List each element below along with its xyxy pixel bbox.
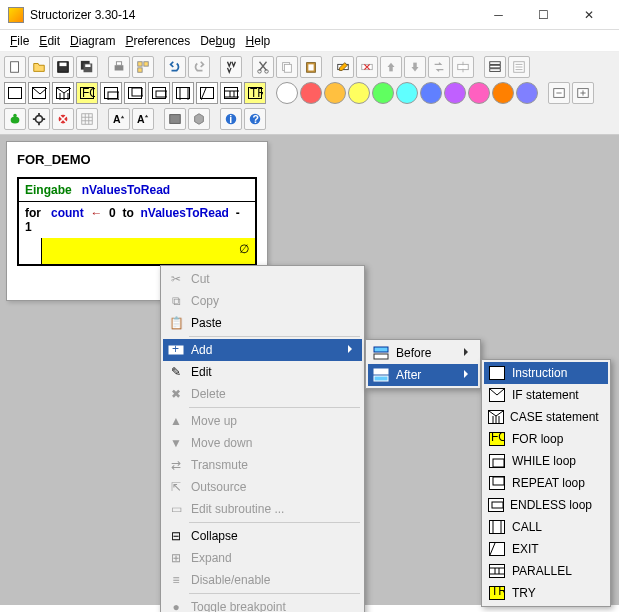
ctx-paste[interactable]: 📋Paste (163, 312, 362, 334)
ctx-cut[interactable]: ✂Cut (163, 268, 362, 290)
menu-edit[interactable]: Edit (35, 32, 64, 50)
move-up-button[interactable] (380, 56, 402, 78)
input-row[interactable]: Eingabe nValuesToRead (19, 179, 255, 202)
elem-instruction[interactable]: Instruction (484, 362, 608, 384)
ctx-copy[interactable]: ⧉Copy (163, 290, 362, 312)
for-var: count (51, 206, 84, 220)
elem-try[interactable]: TRYTRY (484, 582, 608, 604)
nsd-case[interactable] (52, 82, 74, 104)
elem-endless[interactable]: ENDLESS loop (484, 494, 608, 516)
ctx-moveup[interactable]: ▲Move up (163, 410, 362, 432)
sub-before[interactable]: Before (368, 342, 478, 364)
ctx-outsource[interactable]: ⇱Outsource (163, 476, 362, 498)
ctx-edit[interactable]: ✎Edit (163, 361, 362, 383)
menu-debug[interactable]: Debug (196, 32, 239, 50)
svg-text:A: A (137, 113, 145, 125)
elem-while[interactable]: WHILE loop (484, 450, 608, 472)
elem-if[interactable]: IF statement (484, 384, 608, 406)
menu-file[interactable]: File (6, 32, 33, 50)
color-4[interactable] (372, 82, 394, 104)
validate-button[interactable] (164, 108, 186, 130)
nsd-exit[interactable] (196, 82, 218, 104)
font-down-button[interactable]: A (132, 108, 154, 130)
nsd-instruction[interactable] (4, 82, 26, 104)
paste-button[interactable] (300, 56, 322, 78)
color-8[interactable] (468, 82, 490, 104)
expand-all-button[interactable] (572, 82, 594, 104)
arrange-button[interactable] (132, 56, 154, 78)
nsd-try[interactable]: TRY (244, 82, 266, 104)
color-5[interactable] (396, 82, 418, 104)
ctx-movedown[interactable]: ▼Move down (163, 432, 362, 454)
color-6[interactable] (420, 82, 442, 104)
delete-element-button[interactable] (356, 56, 378, 78)
outsource-button[interactable] (452, 56, 474, 78)
ctx-delete[interactable]: ✖Delete (163, 383, 362, 405)
for-body-empty[interactable] (41, 238, 255, 264)
new-button[interactable] (4, 56, 26, 78)
submenu-after: Instruction IF statement CASE statement … (481, 359, 611, 607)
collapse-button[interactable] (484, 56, 506, 78)
info-button[interactable]: i (220, 108, 242, 130)
expand-button[interactable] (508, 56, 530, 78)
elem-parallel[interactable]: PARALLEL (484, 560, 608, 582)
elem-call[interactable]: CALL (484, 516, 608, 538)
print-button[interactable] (108, 56, 130, 78)
ctx-editsub[interactable]: ▭Edit subroutine ... (163, 498, 362, 520)
menu-diagram[interactable]: Diagram (66, 32, 119, 50)
svg-point-36 (13, 114, 17, 118)
elem-repeat[interactable]: REPEAT loop (484, 472, 608, 494)
move-down-button[interactable] (404, 56, 426, 78)
nsd-if[interactable] (28, 82, 50, 104)
color-9[interactable] (492, 82, 514, 104)
nsd-endless[interactable] (148, 82, 170, 104)
ctx-expand[interactable]: ⊞Expand (163, 547, 362, 569)
grid-button[interactable] (76, 108, 98, 130)
for-block[interactable]: for count ← 0 to nValuesToRead - 1 (19, 202, 255, 264)
color-1[interactable] (300, 82, 322, 104)
elem-case[interactable]: CASE statement (484, 406, 608, 428)
clear-breakpoints-button[interactable] (52, 108, 74, 130)
nsd-while[interactable] (100, 82, 122, 104)
structure-button[interactable] (188, 108, 210, 130)
color-3[interactable] (348, 82, 370, 104)
collapse-all-button[interactable] (548, 82, 570, 104)
elem-for[interactable]: FORFOR loop (484, 428, 608, 450)
transmute-button[interactable] (428, 56, 450, 78)
elem-exit[interactable]: EXIT (484, 538, 608, 560)
color-10[interactable] (516, 82, 538, 104)
nsd-call[interactable] (172, 82, 194, 104)
save-button[interactable] (52, 56, 74, 78)
minimize-button[interactable]: ─ (476, 1, 521, 29)
nsd-for[interactable]: FOR (76, 82, 98, 104)
help-button[interactable]: ? (244, 108, 266, 130)
copy-button[interactable] (276, 56, 298, 78)
ctx-togglebp[interactable]: ●Toggle breakpoint (163, 596, 362, 612)
ctx-collapse[interactable]: ⊟Collapse (163, 525, 362, 547)
svg-rect-27 (108, 92, 119, 100)
menu-preferences[interactable]: Preferences (121, 32, 194, 50)
find-button[interactable] (220, 56, 242, 78)
save-all-button[interactable] (76, 56, 98, 78)
color-0[interactable] (276, 82, 298, 104)
for-to-var: nValuesToRead (140, 206, 228, 220)
cut-button[interactable] (252, 56, 274, 78)
menu-help[interactable]: Help (242, 32, 275, 50)
close-button[interactable]: ✕ (566, 1, 611, 29)
ctx-add[interactable]: +Add (163, 339, 362, 361)
undo-button[interactable] (164, 56, 186, 78)
maximize-button[interactable]: ☐ (521, 1, 566, 29)
redo-button[interactable] (188, 56, 210, 78)
color-2[interactable] (324, 82, 346, 104)
font-up-button[interactable]: A (108, 108, 130, 130)
ctx-transmute[interactable]: ⇄Transmute (163, 454, 362, 476)
turtle-button[interactable] (4, 108, 26, 130)
nsd-parallel[interactable] (220, 82, 242, 104)
open-button[interactable] (28, 56, 50, 78)
nsd-repeat[interactable] (124, 82, 146, 104)
color-7[interactable] (444, 82, 466, 104)
ctx-disable[interactable]: ≡Disable/enable (163, 569, 362, 591)
settings-button[interactable] (28, 108, 50, 130)
edit-element-button[interactable] (332, 56, 354, 78)
sub-after[interactable]: After (368, 364, 478, 386)
